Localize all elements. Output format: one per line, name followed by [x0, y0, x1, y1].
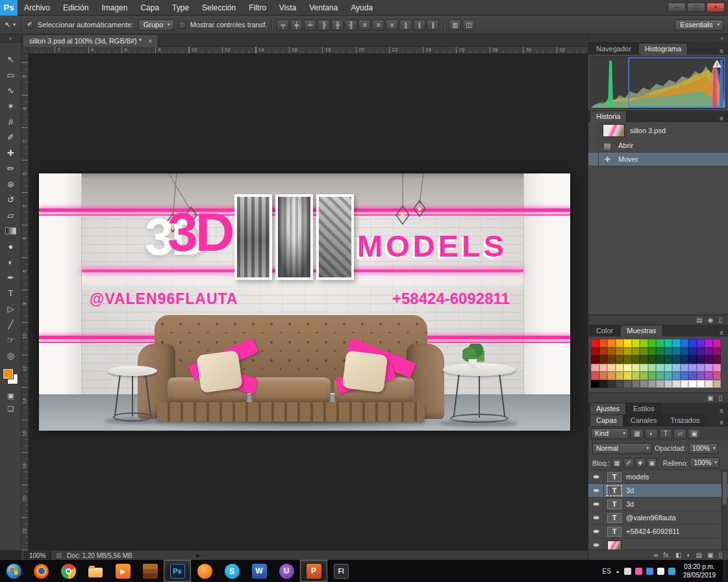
tab-historia[interactable]: Historia	[590, 110, 627, 122]
delete-layer-icon[interactable]: ▯	[718, 552, 722, 559]
adjustment-layer-icon[interactable]: ◐	[687, 552, 691, 559]
line-tool[interactable]: ╱	[0, 316, 21, 332]
screen-mode-button[interactable]: ❏	[0, 402, 21, 415]
color-swatch[interactable]	[623, 339, 632, 348]
history-brush-tool[interactable]: ↺	[0, 192, 21, 207]
layer-row[interactable]: T3d	[588, 498, 728, 511]
color-swatch[interactable]	[623, 364, 632, 372]
color-swatch[interactable]	[632, 355, 640, 364]
color-swatch[interactable]	[648, 364, 657, 372]
canvas-image[interactable]: 3D 3D MODELS @VALEN96FLAUTA +58424-60928…	[39, 173, 570, 431]
color-swatch[interactable]	[656, 348, 664, 356]
color-swatch[interactable]	[705, 355, 713, 364]
color-swatch[interactable]	[607, 364, 616, 372]
color-swatch[interactable]	[616, 339, 624, 348]
color-swatch[interactable]	[672, 348, 681, 356]
opacity-field[interactable]: 100% ▾	[688, 443, 718, 454]
layer-filter-kind-dropdown[interactable]: Kind ▾	[591, 428, 629, 439]
auto-align-icon[interactable]: ▥	[449, 19, 461, 31]
color-swatch[interactable]	[713, 355, 722, 364]
color-swatch[interactable]	[599, 348, 608, 356]
color-swatch[interactable]	[623, 380, 632, 388]
color-swatch[interactable]	[591, 355, 599, 364]
color-swatch[interactable]	[713, 348, 722, 356]
tool-preset-picker[interactable]: ↖ ▾	[5, 18, 21, 31]
color-swatch[interactable]	[681, 355, 689, 364]
history-source-box[interactable]	[588, 122, 599, 138]
color-swatch[interactable]	[705, 339, 713, 348]
taskbar-start[interactable]	[0, 560, 27, 582]
type-tool[interactable]: T	[0, 285, 21, 301]
blur-tool[interactable]: ●	[0, 238, 21, 254]
color-swatch[interactable]	[591, 364, 599, 372]
new-snapshot-icon[interactable]: ◉	[708, 317, 714, 323]
color-swatch[interactable]	[688, 355, 697, 364]
menu-edicin[interactable]: Edición	[56, 1, 95, 15]
taskbar-clock[interactable]: 03:20 p.m. 28/05/2019	[681, 563, 718, 579]
color-swatch[interactable]	[632, 372, 640, 380]
color-swatch[interactable]	[656, 364, 664, 372]
visibility-eye-icon[interactable]	[588, 470, 604, 483]
color-swatch[interactable]	[616, 372, 624, 380]
tray-icon-5[interactable]	[668, 568, 675, 575]
visibility-eye-icon[interactable]	[588, 498, 604, 511]
color-swatch[interactable]	[705, 372, 713, 380]
menu-archivo[interactable]: Archivo	[18, 1, 56, 15]
language-indicator[interactable]: ES	[603, 568, 611, 575]
tray-icon-2[interactable]	[635, 568, 642, 575]
color-swatch[interactable]	[656, 339, 664, 348]
distribute-bottom-edges-icon[interactable]: ≡	[386, 19, 398, 31]
panel-menu-icon[interactable]: ≡	[715, 419, 728, 426]
panel-menu-icon[interactable]: ≡	[715, 329, 728, 336]
color-swatch[interactable]	[672, 364, 681, 372]
color-swatch[interactable]	[705, 348, 713, 356]
color-swatch[interactable]	[681, 348, 689, 356]
color-swatch[interactable]	[713, 364, 722, 372]
path-selection-tool[interactable]: ▷	[0, 301, 21, 316]
pen-tool[interactable]: ✒	[0, 270, 21, 285]
color-swatch[interactable]	[591, 339, 599, 348]
tray-icon-3[interactable]	[646, 568, 653, 575]
distribute-horizontal-centers-icon[interactable]: ∥	[413, 19, 425, 31]
hand-tool[interactable]: ☞	[0, 332, 21, 348]
menu-seleccin[interactable]: Selección	[195, 1, 242, 15]
collapse-dock-button[interactable]: »	[588, 34, 728, 43]
type-filter-icon[interactable]: T	[659, 429, 672, 439]
color-swatch[interactable]	[664, 355, 673, 364]
align-right-edges-icon[interactable]: ╢	[345, 19, 357, 31]
history-step[interactable]: ▤Abrir	[588, 139, 728, 153]
color-swatch[interactable]	[705, 364, 713, 372]
color-swatch[interactable]	[697, 348, 705, 356]
tab-muestras[interactable]: Muestras	[620, 325, 662, 336]
visibility-eye-icon[interactable]	[588, 484, 604, 497]
shape-filter-icon[interactable]: ▱	[673, 429, 686, 439]
tab-canales[interactable]: Canales	[624, 414, 663, 426]
color-swatch[interactable]	[656, 372, 664, 380]
dodge-tool[interactable]: ◐	[0, 254, 21, 270]
color-swatch[interactable]	[640, 355, 648, 364]
color-swatch[interactable]	[672, 380, 681, 388]
layers-scrollbar[interactable]	[722, 470, 727, 550]
color-swatch[interactable]	[616, 348, 624, 356]
color-swatch[interactable]	[688, 339, 697, 348]
taskbar-winrar[interactable]	[136, 560, 164, 582]
eyedropper-tool[interactable]: ✐	[0, 129, 21, 145]
color-swatch[interactable]	[697, 355, 705, 364]
menu-imagen[interactable]: Imagen	[95, 1, 134, 15]
color-swatch[interactable]	[623, 355, 632, 364]
color-swatch[interactable]	[640, 380, 648, 388]
canvas-workspace[interactable]: 3D 3D MODELS @VALEN96FLAUTA +58424-60928…	[29, 54, 588, 550]
color-swatch[interactable]	[607, 348, 616, 356]
delete-state-icon[interactable]: ▯	[718, 317, 722, 323]
lock-position-icon[interactable]: ✚	[635, 458, 646, 468]
visibility-eye-icon[interactable]	[588, 525, 604, 538]
status-options-arrow-icon[interactable]: ▶	[196, 552, 201, 559]
new-layer-icon[interactable]: ▣	[707, 552, 713, 559]
menu-capa[interactable]: Capa	[134, 1, 166, 15]
align-top-edges-icon[interactable]: ╤	[277, 19, 289, 31]
color-swatch[interactable]	[664, 339, 673, 348]
color-swatch[interactable]	[688, 348, 697, 356]
color-swatch[interactable]	[599, 380, 608, 388]
color-swatch[interactable]	[697, 380, 705, 388]
tab-estilos[interactable]: Estilos	[627, 403, 660, 414]
